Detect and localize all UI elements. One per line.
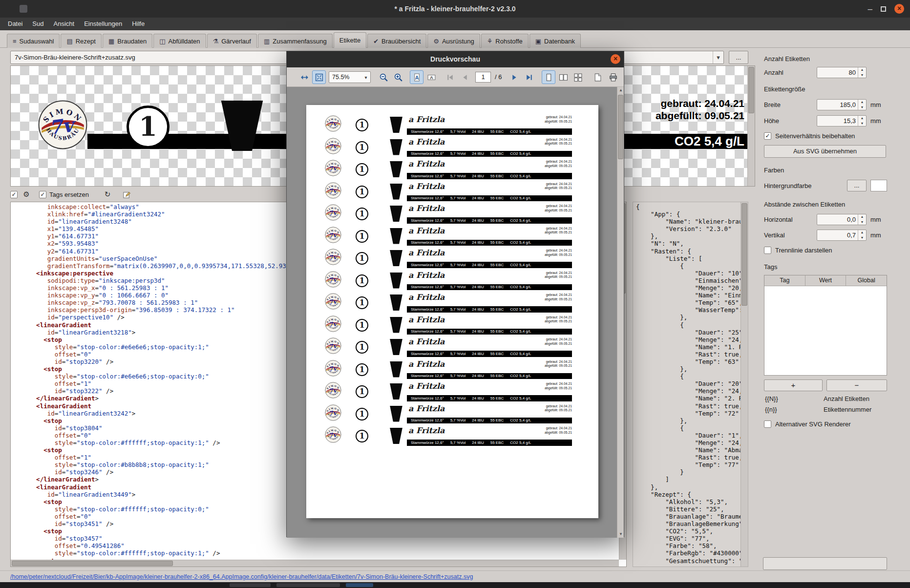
spin-up-icon[interactable]: ▲ xyxy=(858,214,866,220)
tab-label: Etikette xyxy=(339,37,360,44)
spin-up-icon[interactable]: ▲ xyxy=(858,116,866,121)
maximize-button[interactable] xyxy=(881,6,886,12)
taskbar-item[interactable] xyxy=(346,583,373,587)
divider-checkbox[interactable] xyxy=(764,247,771,254)
file-path-link[interactable]: /home/peter/nextcloud/Freizeit/Bier/kb-A… xyxy=(10,573,473,580)
count-spinbox[interactable]: 80 ▲▼ xyxy=(817,67,867,78)
minimize-button[interactable]: – xyxy=(868,5,872,13)
tab-sudauswahl[interactable]: ≡Sudauswahl xyxy=(7,34,60,48)
page-number-input[interactable]: 1 xyxy=(475,72,491,83)
overview-pages-button[interactable] xyxy=(571,70,585,84)
height-label: Höhe xyxy=(764,117,779,125)
brew-dates: gebraut: 24.04.21abgefüllt: 09.05.21 xyxy=(545,426,572,435)
menu-datei[interactable]: Datei xyxy=(3,18,27,30)
zoom-out-button[interactable] xyxy=(377,70,390,84)
beer-label: SIMONHAUSBRÄU7v1a FritzlaStammwürze 12,6… xyxy=(323,137,573,158)
portrait-button[interactable]: A xyxy=(410,70,423,84)
height-spinbox[interactable]: 15,3 ▲▼ xyxy=(817,115,867,126)
tab-zusammenfassung[interactable]: ▥Zusammenfassung xyxy=(258,34,333,48)
tab-rezept[interactable]: ▤Rezept xyxy=(61,34,102,48)
beer-glass-graphic xyxy=(389,317,403,333)
beer-name: a Fritzla xyxy=(408,426,444,435)
window-title: * a Fritzla - kleiner-brauhelfer-2 v2.3.… xyxy=(0,0,910,18)
page-setup-button[interactable] xyxy=(591,70,604,84)
menu-hilfe[interactable]: Hilfe xyxy=(127,18,149,30)
vertical-spinbox[interactable]: 0,7 ▲▼ xyxy=(817,230,867,241)
refresh-icon-button[interactable]: ↻ xyxy=(102,189,113,200)
keep-aspect-checkbox[interactable]: ✓ xyxy=(764,132,771,140)
next-page-button[interactable] xyxy=(508,70,521,84)
keep-aspect-row: ✓ Seitenverhältnis beibehalten xyxy=(764,132,855,140)
label-stats-bar: Stammwürze 12,6°5,7 %Vol24 IBU55 EBCCO2 … xyxy=(407,240,572,246)
print-button[interactable] xyxy=(606,70,620,84)
label-stats-bar: Stammwürze 12,6°5,7 %Vol24 IBU55 EBCCO2 … xyxy=(407,306,572,313)
tab-rohstoffe[interactable]: ⚘Rohstoffe xyxy=(481,34,529,48)
edit-svg-button[interactable] xyxy=(121,189,133,200)
background-color-swatch[interactable] xyxy=(870,180,887,191)
facing-pages-view-button[interactable] xyxy=(556,70,570,84)
tags-replace-checkbox[interactable]: ✓ xyxy=(39,191,46,198)
tab-abfülldaten[interactable]: ◫Abfülldaten xyxy=(153,34,206,48)
brew-dates: gebraut: 24.04.21abgefüllt: 09.05.21 xyxy=(545,138,572,146)
browse-button[interactable]: ... xyxy=(729,51,748,64)
simon-hausbraeu-logo: SIMONHAUSBRÄU7v xyxy=(325,315,341,332)
spin-up-icon[interactable]: ▲ xyxy=(858,100,866,105)
close-button[interactable]: × xyxy=(894,4,904,14)
editor-hscrollbar[interactable] xyxy=(11,560,619,567)
spin-up-icon[interactable]: ▲ xyxy=(858,230,866,235)
print-labels-button[interactable] xyxy=(763,557,887,570)
spin-up-icon[interactable]: ▲ xyxy=(858,67,866,73)
spin-down-icon[interactable]: ▼ xyxy=(858,235,866,241)
background-color-browse-button[interactable]: ... xyxy=(847,180,867,191)
scroll-down-icon[interactable]: ▼ xyxy=(617,531,624,538)
menu-ansicht[interactable]: Ansicht xyxy=(49,18,80,30)
gear-icon-button[interactable]: ⚙ xyxy=(21,189,32,200)
dialog-scrollbar[interactable]: ▲ ▼ xyxy=(617,87,624,538)
brand-logo: SIMONHAUSBRÄU7v xyxy=(325,426,341,443)
tab-brauübersicht[interactable]: ✔Brauübersicht xyxy=(367,34,426,48)
tab-braudaten[interactable]: ▦Braudaten xyxy=(103,34,152,48)
spin-down-icon[interactable]: ▼ xyxy=(858,121,866,126)
simon-hausbraeu-logo: SIMONHAUSBRÄU7v xyxy=(325,138,341,154)
dialog-close-button[interactable]: × xyxy=(611,54,620,64)
last-page-button[interactable] xyxy=(522,70,536,84)
tab-datenbank[interactable]: ▣Datenbank xyxy=(529,34,581,48)
spin-down-icon[interactable]: ▼ xyxy=(858,220,866,225)
width-spinbox[interactable]: 185,0 ▲▼ xyxy=(817,99,867,110)
json-scrollbar[interactable] xyxy=(741,202,748,567)
tab-etikette[interactable]: Etikette xyxy=(334,32,366,48)
beer-name: a Fritzla xyxy=(408,337,444,346)
spin-down-icon[interactable]: ▼ xyxy=(858,73,866,78)
taskbar-item[interactable] xyxy=(230,583,271,587)
option-checkbox-1[interactable]: ✓ xyxy=(10,191,18,198)
tab-label: Braudaten xyxy=(117,38,147,45)
beer-label: SIMONHAUSBRÄU7v1a FritzlaStammwürze 12,6… xyxy=(323,425,573,447)
landscape-button[interactable]: A xyxy=(424,70,438,84)
first-page-button[interactable] xyxy=(443,70,457,84)
tags-table[interactable]: TagWertGlobal xyxy=(764,275,887,376)
add-tag-button[interactable]: + xyxy=(764,379,823,391)
menu-einstellungen[interactable]: Einstellungen xyxy=(79,18,127,30)
from-svg-button[interactable]: Aus SVG übernehmen xyxy=(764,145,886,158)
single-page-view-button[interactable] xyxy=(542,70,555,84)
horizontal-spinbox[interactable]: 0,0 ▲▼ xyxy=(817,214,867,225)
zoom-combobox[interactable]: 75.5% ▾ xyxy=(329,71,371,83)
beer-name: a Fritzla xyxy=(408,137,444,147)
batch-number-badge: 1 xyxy=(356,341,368,354)
background-color-label: Hintergrundfarbe xyxy=(764,182,812,189)
zoom-in-button[interactable] xyxy=(391,70,405,84)
taskbar-item[interactable] xyxy=(276,583,340,587)
tab-ausrüstung[interactable]: ⚙Ausrüstung xyxy=(427,34,480,48)
scroll-up-icon[interactable]: ▲ xyxy=(617,87,624,94)
remove-tag-button[interactable]: − xyxy=(826,379,887,391)
spin-down-icon[interactable]: ▼ xyxy=(858,105,866,110)
menu-sud[interactable]: Sud xyxy=(27,18,48,30)
fit-width-button[interactable] xyxy=(297,70,311,84)
alt-renderer-checkbox[interactable] xyxy=(764,420,771,428)
sud-json-text: { "App": { "Name": "kleiner-brauhe "Vers… xyxy=(636,203,741,567)
fit-page-button[interactable] xyxy=(312,70,326,84)
preview-scrollbar[interactable] xyxy=(747,66,755,186)
label-stats-bar: Stammwürze 12,6°5,7 %Vol24 IBU55 EBCCO2 … xyxy=(407,440,572,446)
previous-page-button[interactable] xyxy=(458,70,471,84)
tab-gärverlauf[interactable]: ⚗Gärverlauf xyxy=(207,34,257,48)
